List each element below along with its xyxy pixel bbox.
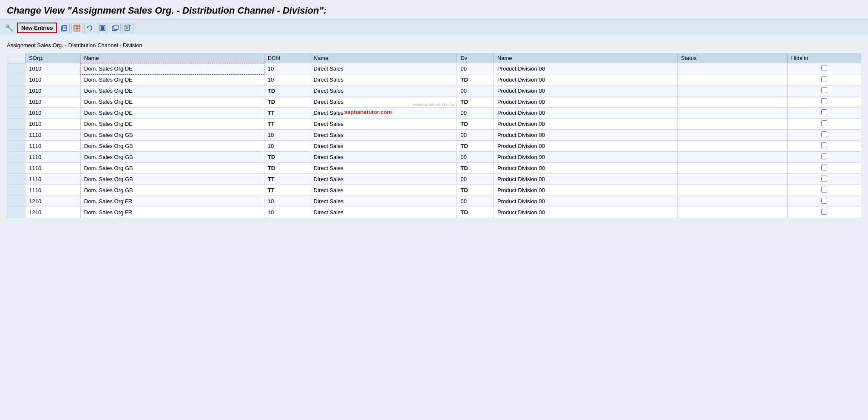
- hidein-checkbox[interactable]: [821, 153, 827, 159]
- data-table: SOrg. Name DChl Name Dv Name Status Hide…: [7, 53, 861, 218]
- cell-status: [677, 74, 787, 85]
- cell-hidein[interactable]: [788, 63, 861, 74]
- row-selector-cell: [7, 96, 26, 108]
- download-icon-btn[interactable]: [122, 23, 133, 33]
- hidein-checkbox[interactable]: [821, 109, 827, 115]
- cell-hidein[interactable]: [788, 152, 861, 163]
- table-icon-btn[interactable]: [71, 23, 82, 33]
- hidein-checkbox[interactable]: [821, 209, 827, 215]
- cell-hidein[interactable]: [788, 163, 861, 174]
- col-header-dv: Dv: [457, 53, 494, 63]
- cell-dchl: TD: [264, 85, 310, 96]
- hidein-checkbox[interactable]: [821, 65, 827, 71]
- toolbar-lead-icon: 🔧: [5, 24, 14, 32]
- cell-name3: Product Division 00: [494, 152, 677, 163]
- cell-sorg: 1110: [26, 141, 81, 152]
- hidein-checkbox[interactable]: [821, 98, 827, 104]
- cell-sorg: 1210: [26, 207, 81, 218]
- cell-dchl: TD: [264, 96, 310, 108]
- cell-sorg: 1010: [26, 119, 81, 130]
- cell-name1: Dom. Sales Org GB: [80, 163, 264, 174]
- cell-status: [677, 152, 787, 163]
- cell-dchl: TT: [264, 185, 310, 196]
- cell-status: [677, 196, 787, 207]
- table-row: 1010Dom. Sales Org DETDDirect Sales00Pro…: [7, 85, 861, 96]
- table-row: 1110Dom. Sales Org GBTDDirect SalesTDPro…: [7, 163, 861, 174]
- cell-name2: Direct Sales: [310, 141, 457, 152]
- cell-dv: TD: [457, 119, 494, 130]
- cell-name1: Dom. Sales Org GB: [80, 141, 264, 152]
- col-header-name3: Name: [494, 53, 677, 63]
- hidein-checkbox[interactable]: [821, 76, 827, 82]
- hidein-checkbox[interactable]: [821, 187, 827, 193]
- hidein-checkbox[interactable]: [821, 198, 827, 204]
- cell-sorg: 1210: [26, 196, 81, 207]
- toolbar: 🔧 New Entries: [0, 20, 868, 36]
- undo-icon-btn[interactable]: [84, 23, 95, 33]
- cell-status: [677, 96, 787, 108]
- section-label: Assignment Sales Org. - Distribution Cha…: [7, 40, 861, 50]
- row-selector-cell: [7, 85, 26, 96]
- hidein-checkbox[interactable]: [821, 176, 827, 182]
- cell-dchl: TT: [264, 108, 310, 119]
- copy-icon-btn[interactable]: [59, 23, 70, 33]
- cell-status: [677, 108, 787, 119]
- cell-status: [677, 207, 787, 218]
- hidein-checkbox[interactable]: [821, 87, 827, 93]
- cell-hidein[interactable]: [788, 119, 861, 130]
- row-selector-cell: [7, 119, 26, 130]
- cell-name1: Dom. Sales Org FR: [80, 196, 264, 207]
- cell-dchl: TD: [264, 152, 310, 163]
- cell-name2: Direct Sales: [310, 63, 457, 74]
- row-selector-cell: [7, 207, 26, 218]
- table-row: 1010Dom. Sales Org DETTDirect SalesTDPro…: [7, 119, 861, 130]
- col-header-selector: [7, 53, 26, 63]
- cell-hidein[interactable]: [788, 96, 861, 108]
- hidein-checkbox[interactable]: [821, 120, 827, 126]
- cell-name1: Dom. Sales Org DE: [80, 119, 264, 130]
- hidein-checkbox[interactable]: [821, 142, 827, 148]
- hidein-checkbox[interactable]: [821, 131, 827, 137]
- cell-hidein[interactable]: [788, 196, 861, 207]
- page-title: Change View "Assignment Sales Org. - Dis…: [0, 0, 868, 20]
- cell-hidein[interactable]: [788, 141, 861, 152]
- cell-dchl: TD: [264, 163, 310, 174]
- cell-name3: Product Division 00: [494, 185, 677, 196]
- cell-hidein[interactable]: [788, 174, 861, 185]
- cell-sorg: 1110: [26, 152, 81, 163]
- cell-dv: 00: [457, 108, 494, 119]
- cell-hidein[interactable]: [788, 185, 861, 196]
- cell-dchl: 10: [264, 74, 310, 85]
- deselect-icon-btn[interactable]: [110, 23, 121, 33]
- cell-hidein[interactable]: [788, 108, 861, 119]
- table-row: 1110Dom. Sales Org GBTDDirect Sales00Pro…: [7, 152, 861, 163]
- cell-name1: Dom. Sales Org DE: [80, 74, 264, 85]
- select-all-icon-btn[interactable]: [97, 23, 108, 33]
- cell-dv: TD: [457, 74, 494, 85]
- cell-dv: 00: [457, 63, 494, 74]
- cell-hidein[interactable]: [788, 130, 861, 141]
- new-entries-button[interactable]: New Entries: [17, 23, 57, 33]
- row-selector-cell: [7, 196, 26, 207]
- hidein-checkbox[interactable]: [821, 165, 827, 170]
- cell-name3: Product Division 00: [494, 207, 677, 218]
- table-row: 1010Dom. Sales Org DETTDirect Salessapha…: [7, 108, 861, 119]
- table-row: 1210Dom. Sales Org FR10Direct SalesTDPro…: [7, 207, 861, 218]
- cell-sorg: 1010: [26, 96, 81, 108]
- table-icon: [74, 25, 80, 31]
- cell-hidein[interactable]: [788, 74, 861, 85]
- cell-hidein[interactable]: [788, 207, 861, 218]
- row-selector-cell: [7, 174, 26, 185]
- download-icon: [125, 25, 131, 31]
- cell-name3: Product Division 00: [494, 119, 677, 130]
- table-row: 1110Dom. Sales Org GBTTDirect SalesTDPro…: [7, 185, 861, 196]
- table-row: 1110Dom. Sales Org GBTTDirect Sales00Pro…: [7, 174, 861, 185]
- deselect-icon: [112, 25, 119, 31]
- cell-name1: Dom. Sales Org DE: [80, 85, 264, 96]
- cell-name2: Direct Sales: [310, 174, 457, 185]
- cell-hidein[interactable]: [788, 85, 861, 96]
- select-all-icon: [99, 25, 106, 31]
- cell-dchl: 10: [264, 63, 310, 74]
- cell-status: [677, 185, 787, 196]
- table-header-row: SOrg. Name DChl Name Dv Name Status Hide…: [7, 53, 861, 63]
